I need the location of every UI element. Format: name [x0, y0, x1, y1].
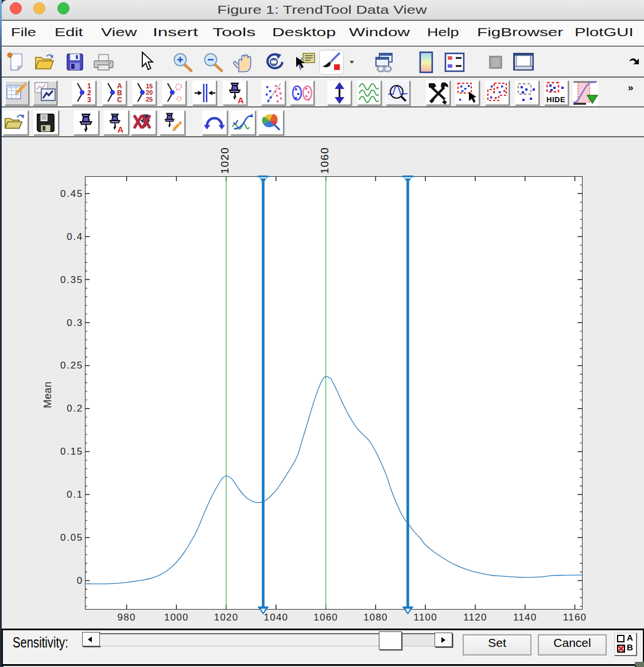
svg-text:25: 25: [146, 96, 153, 103]
svg-text:20: 20: [146, 89, 153, 96]
svg-text:A: A: [118, 125, 123, 134]
svg-text:A: A: [238, 95, 244, 104]
svg-text:C: C: [117, 96, 122, 104]
svg-text:HIDE: HIDE: [546, 95, 565, 104]
svg-text:3: 3: [87, 96, 91, 104]
svg-text:»: »: [628, 82, 633, 92]
